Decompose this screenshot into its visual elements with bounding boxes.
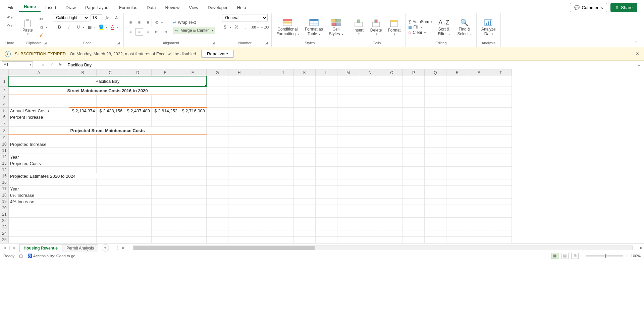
cell[interactable]	[446, 218, 468, 224]
cell[interactable]	[250, 230, 272, 237]
cell[interactable]	[425, 76, 446, 87]
cell[interactable]	[316, 230, 337, 237]
cell[interactable]	[381, 205, 403, 211]
cell[interactable]	[381, 186, 403, 192]
cell[interactable]	[272, 154, 294, 160]
cell[interactable]	[228, 154, 250, 160]
tab-formulas[interactable]: Formulas	[114, 3, 142, 12]
cell[interactable]	[425, 167, 446, 173]
cell[interactable]	[381, 211, 403, 218]
cell[interactable]	[179, 154, 207, 160]
cell[interactable]	[294, 230, 316, 237]
collapse-ribbon-button[interactable]: ⌄	[632, 38, 640, 45]
cell[interactable]	[294, 114, 316, 120]
cell[interactable]	[124, 160, 152, 167]
cell[interactable]	[337, 101, 359, 108]
cell[interactable]: Year	[9, 154, 69, 160]
cell[interactable]	[337, 179, 359, 186]
cell[interactable]: 6% Increase	[9, 192, 69, 199]
percent-format-button[interactable]: %	[232, 23, 240, 31]
row-header[interactable]: 24	[0, 230, 9, 237]
clear-button[interactable]: ◇Clear▾	[408, 30, 432, 35]
cell[interactable]	[316, 76, 337, 87]
cell[interactable]	[97, 120, 124, 127]
cell[interactable]	[403, 199, 425, 205]
cell[interactable]	[359, 135, 381, 141]
cell[interactable]	[446, 108, 468, 114]
sheet-tab-housing-revenue[interactable]: Housing Revenue	[19, 244, 62, 253]
align-right-button[interactable]: ≡	[144, 28, 152, 36]
cell[interactable]	[69, 141, 97, 148]
column-header[interactable]: G	[207, 69, 228, 76]
cell[interactable]	[446, 224, 468, 230]
wrap-text-button[interactable]: ↩ Wrap Text	[173, 20, 215, 25]
cell[interactable]	[468, 101, 490, 108]
cell[interactable]	[152, 218, 179, 224]
cell[interactable]	[381, 135, 403, 141]
cell[interactable]	[403, 120, 425, 127]
cell[interactable]	[207, 135, 228, 141]
cell[interactable]	[272, 179, 294, 186]
cell[interactable]	[446, 211, 468, 218]
cell[interactable]	[152, 167, 179, 173]
cell[interactable]	[228, 114, 250, 120]
cell[interactable]	[490, 87, 512, 95]
cell[interactable]	[490, 230, 512, 237]
cell[interactable]	[69, 237, 97, 243]
cell[interactable]	[97, 230, 124, 237]
cell[interactable]	[468, 199, 490, 205]
cell[interactable]	[97, 114, 124, 120]
cell[interactable]	[272, 87, 294, 95]
cell[interactable]	[337, 154, 359, 160]
cell[interactable]	[9, 211, 69, 218]
orientation-dropdown[interactable]: ▾	[161, 21, 163, 24]
cell[interactable]	[446, 230, 468, 237]
cell[interactable]	[337, 211, 359, 218]
cell[interactable]	[359, 173, 381, 179]
cell[interactable]	[97, 199, 124, 205]
cell[interactable]	[468, 237, 490, 243]
cell[interactable]	[69, 192, 97, 199]
cell[interactable]	[468, 224, 490, 230]
worksheet-grid[interactable]: ABCDEFGHIJKLMNOPQRST 1Pacifica Bay2Stree…	[0, 69, 644, 243]
cell[interactable]	[272, 135, 294, 141]
column-header[interactable]: K	[294, 69, 316, 76]
cell[interactable]	[179, 101, 207, 108]
cell[interactable]	[250, 192, 272, 199]
cell[interactable]	[250, 218, 272, 224]
fill-color-dropdown[interactable]: ▾	[106, 26, 107, 29]
paste-dropdown[interactable]: ▾	[27, 33, 29, 36]
cell[interactable]	[179, 192, 207, 199]
cell[interactable]	[316, 148, 337, 154]
cell[interactable]	[316, 173, 337, 179]
cell[interactable]	[490, 114, 512, 120]
cell[interactable]	[403, 218, 425, 224]
cell[interactable]	[316, 127, 337, 135]
share-button[interactable]: ⇪ Share	[610, 3, 637, 12]
cell[interactable]	[228, 199, 250, 205]
cell[interactable]	[272, 230, 294, 237]
cell[interactable]	[446, 114, 468, 120]
cell[interactable]	[294, 199, 316, 205]
sheet-nav[interactable]: ◄ | ►	[0, 245, 19, 250]
cell[interactable]	[490, 160, 512, 167]
cell[interactable]	[490, 167, 512, 173]
cell[interactable]	[97, 141, 124, 148]
cell[interactable]	[152, 101, 179, 108]
cell[interactable]	[490, 205, 512, 211]
cell[interactable]	[468, 160, 490, 167]
cell[interactable]	[228, 237, 250, 243]
cell[interactable]	[337, 224, 359, 230]
cell[interactable]	[359, 179, 381, 186]
cell[interactable]	[425, 87, 446, 95]
cell[interactable]	[446, 237, 468, 243]
cell[interactable]: $ 2,614,252	[152, 108, 179, 114]
cell[interactable]	[316, 179, 337, 186]
cancel-formula-button[interactable]: ✕	[40, 62, 46, 67]
zoom-out-button[interactable]: −	[581, 254, 584, 258]
cell[interactable]	[359, 224, 381, 230]
cell[interactable]	[294, 120, 316, 127]
cell[interactable]	[294, 224, 316, 230]
cell[interactable]	[381, 160, 403, 167]
cell[interactable]	[272, 101, 294, 108]
